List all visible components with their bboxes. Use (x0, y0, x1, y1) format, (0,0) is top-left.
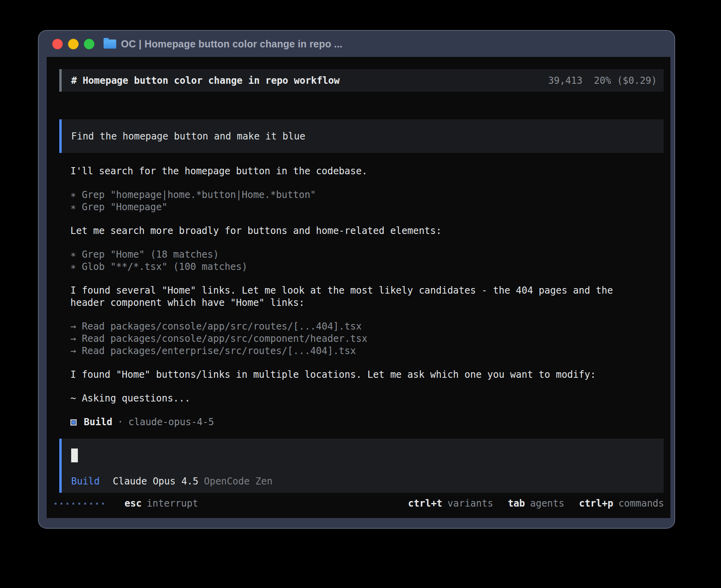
spinner-dots (55, 503, 104, 505)
assistant-text: Let me search more broadly for buttons a… (70, 225, 655, 237)
tool-call-line: ∗ Grep "Homepage" (70, 201, 655, 213)
separator-dot: · (117, 416, 123, 428)
tool-call-line: ∗ Grep "Home" (18 matches) (70, 249, 655, 261)
input-agent-badge[interactable]: Build (71, 476, 100, 487)
agent-model-name: claude-opus-4-5 (128, 416, 214, 428)
spinner-dot (66, 503, 68, 505)
transcript: I'll search for the homepage button in t… (70, 165, 655, 428)
hint-key: ctrl+t (408, 498, 442, 509)
spinner-dot (84, 503, 86, 505)
window-title: OC | Homepage button color change in rep… (121, 38, 342, 50)
spinner-dot (60, 503, 62, 505)
spinner-dot (90, 503, 92, 505)
context-percent: 20% (594, 75, 611, 86)
spinner-dot (96, 503, 98, 505)
session-cost: ($0.29) (617, 75, 657, 86)
spinner-dot (102, 503, 104, 505)
tool-call-group: ∗ Grep "Home" (18 matches) ∗ Glob "**/*.… (70, 249, 655, 273)
read-file-line: → Read packages/console/app/src/componen… (70, 333, 655, 345)
esc-key: esc (125, 498, 142, 509)
spinner-dot (72, 503, 74, 505)
build-agent-icon (70, 419, 77, 426)
user-message-text: Find the homepage button and make it blu… (71, 131, 305, 142)
read-file-line: → Read packages/enterprise/src/routes/[.… (70, 345, 655, 357)
spinner-dot (55, 503, 57, 505)
input-provider-name: OpenCode Zen (204, 476, 272, 487)
prompt-input-panel[interactable]: Build Claude Opus 4.5 OpenCode Zen (59, 439, 664, 493)
token-count: 39,413 (548, 75, 583, 86)
terminal-content: # Homepage button color change in repo w… (47, 57, 670, 518)
input-model-name[interactable]: Claude Opus 4.5 (113, 476, 198, 487)
agent-status-row: Build · claude-opus-4-5 (70, 416, 655, 428)
zoom-button[interactable] (84, 39, 94, 49)
tool-call-line: ∗ Glob "**/*.tsx" (100 matches) (70, 261, 655, 273)
text-cursor (71, 449, 78, 462)
hint-agents: tab agents (508, 498, 564, 509)
hint-key: tab (508, 498, 525, 509)
assistant-text: I found "Home" buttons/links in multiple… (70, 369, 655, 381)
esc-label: interrupt (147, 498, 198, 509)
tool-call-line: ∗ Grep "homepage|home.*button|Home.*butt… (70, 189, 655, 201)
minimize-button[interactable] (68, 39, 79, 49)
traffic-lights (52, 39, 94, 49)
folder-icon (104, 40, 116, 49)
agent-name: Build (84, 416, 112, 428)
hint-commands: ctrl+p commands (579, 498, 664, 509)
hint-label: commands (618, 498, 664, 509)
hint-label: variants (447, 498, 493, 509)
user-message-panel: Find the homepage button and make it blu… (59, 119, 664, 153)
session-stats: 39,413 20% ($0.29) (548, 75, 657, 86)
status-bar-left: esc interrupt (55, 498, 198, 509)
tool-call-group: ∗ Grep "homepage|home.*button|Home.*butt… (70, 189, 655, 213)
session-header: # Homepage button color change in repo w… (59, 69, 664, 92)
hint-variants: ctrl+t variants (408, 498, 493, 509)
assistant-text: I found several "Home" links. Let me loo… (70, 285, 655, 309)
tool-call-group: → Read packages/console/app/src/routes/[… (70, 320, 655, 357)
terminal-window: OC | Homepage button color change in rep… (38, 30, 675, 529)
titlebar: OC | Homepage button color change in rep… (39, 31, 674, 57)
hint-key: ctrl+p (579, 498, 613, 509)
input-status-row: Build Claude Opus 4.5 OpenCode Zen (71, 476, 664, 487)
session-title: # Homepage button color change in repo w… (71, 75, 340, 86)
spinner-dot (78, 503, 80, 505)
status-bar: esc interrupt ctrl+t variants tab agents… (47, 497, 670, 510)
close-button[interactable] (52, 39, 63, 49)
keyboard-hints: ctrl+t variants tab agents ctrl+p comman… (393, 498, 664, 509)
assistant-text: I'll search for the homepage button in t… (70, 165, 655, 177)
assistant-status-text: ~ Asking questions... (70, 392, 655, 405)
hint-label: agents (530, 498, 564, 509)
read-file-line: → Read packages/console/app/src/routes/[… (70, 320, 655, 333)
